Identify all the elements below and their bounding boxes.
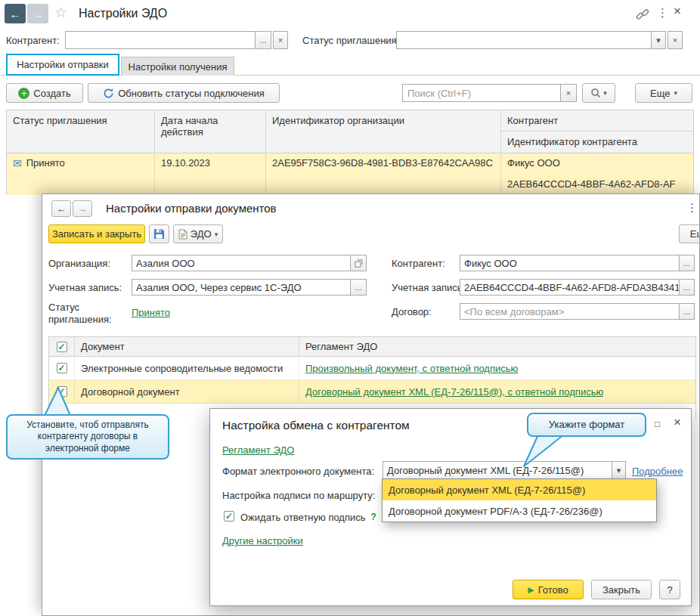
org-open-button[interactable] [350,255,367,271]
counterparty-filter-input[interactable] [65,31,256,49]
close-button[interactable]: Закрыть [591,580,652,599]
tab-send-settings[interactable]: Настройки отправки [6,54,119,76]
play-icon: ▶ [528,585,534,595]
back-button[interactable]: ← [5,4,26,23]
reglament-link[interactable]: Произвольный документ, с ответной подпис… [305,363,518,374]
format-combobox[interactable]: Договорный документ XML (ЕД-7-26/115@) ▾ [383,461,626,479]
format-value: Договорный документ XML (ЕД-7-26/115@) [383,465,612,476]
col-header-counterparty[interactable]: Контрагент [501,110,693,132]
mail-icon: ✉ [13,157,22,169]
status-clear-button[interactable]: × [667,31,683,49]
col-header-org-id[interactable]: Идентификатор организации [266,110,501,153]
doc-reglament-cell: Произвольный документ, с ответной подпис… [299,357,695,379]
search-icon [590,88,601,98]
back-arrow-icon: ← [10,8,21,20]
callout-format-hint: Укажите формат [527,413,646,437]
dropdown-option[interactable]: Договорной документ PDF/A-3 (ЕД-7-26/236… [383,500,656,522]
org-input[interactable]: Азалия ООО [132,255,351,271]
contract-placeholder: <По всем договорам> [464,306,564,317]
doc-checkbox[interactable]: ✓ [57,363,67,373]
counterparty-clear-button[interactable]: × [273,31,288,49]
search-input[interactable] [402,84,561,102]
close-dialog-icon[interactable]: × [674,415,681,430]
col-header-date[interactable]: Дата начала действия [155,110,266,153]
details-link[interactable]: Подробнее [632,466,683,477]
tab-receive-settings[interactable]: Настройки получения [121,57,234,76]
status-label: Статус приглашения: [48,302,127,327]
col-header-doc-label: Документ [81,341,125,352]
cp-account-value: 2AEB64CCCD4-4BBF-4A62-AFD8-AFDA3B4341E [464,282,680,293]
search-clear-button[interactable]: × [560,84,577,102]
col-header-counterparty-label: Контрагент [507,115,558,126]
page-title: Настройки ЭДО [79,7,167,20]
combo-dropdown-button[interactable]: ▾ [612,462,625,478]
get-link-icon[interactable] [636,8,649,21]
status-filter-input[interactable] [396,31,652,49]
help-button[interactable]: ? [659,580,680,599]
more-button[interactable]: Еще ▾ [635,83,692,103]
menu-dots-icon[interactable]: ⋮ [657,6,668,20]
search-options-button[interactable]: ▾ [582,83,615,103]
close-label: Закрыть [602,584,640,596]
dropdown-option-selected[interactable]: Договорный документ XML (ЕД-7-26/115@) [383,479,656,500]
cell-status-text: Принято [26,157,65,169]
forward-button[interactable]: → [27,4,48,23]
save-close-label: Записать и закрыть [52,228,141,240]
doc-row[interactable]: ✓ Электронные сопроводительные ведомости… [49,357,695,380]
done-button[interactable]: ▶ Готово [513,580,584,599]
doc-row-selected[interactable]: ✓ Договорной документ Договорный докумен… [49,380,695,404]
dialog-title: Настройка обмена с контрагентом [222,419,410,432]
account-choose-button[interactable]: ... [350,279,367,296]
status-dropdown-button[interactable]: ▾ [651,31,666,49]
doc-checkbox[interactable]: ✓ [57,386,67,397]
col-header-doc[interactable]: Документ [74,337,299,356]
cp-account-input[interactable]: 2AEB64CCCD4-4BBF-4A62-AFD8-AFDA3B4341E [460,279,680,296]
back-button[interactable]: ← [51,200,71,217]
counterparty-name: Фикус ООО [507,157,687,169]
save-button[interactable] [149,224,169,243]
refresh-statuses-button[interactable]: Обновить статусы подключения [88,83,280,103]
more-button[interactable]: Еще [679,224,700,243]
help-button-label: ? [667,584,672,596]
contract-input[interactable]: <По всем договорам> [460,303,680,320]
window-title: Настройки отправки документов [106,202,277,215]
cell-org-id: 2AE95F758C3-96D8-4981-BDB3-E87642CAA98C [266,153,501,196]
doc-name: Электронные сопроводительные ведомости [81,363,283,374]
cp-input[interactable]: Фикус ООО [460,255,680,271]
select-all-cell: ✓ [49,337,74,356]
help-mark[interactable]: ? [370,511,376,522]
done-label: Готово [538,584,568,596]
reglament-edo-link[interactable]: Регламент ЭДО [222,444,294,456]
menu-dots-icon[interactable]: ⋮ [686,201,698,215]
format-label: Формат электронного документа: [222,466,374,477]
reglament-link[interactable]: Договорный документ XML (ЕД-7-26/115@), … [305,386,603,398]
forward-button[interactable]: → [73,200,92,217]
col-header-counterparty-id-label: Идентификатор контрагента [507,136,637,147]
select-all-checkbox[interactable]: ✓ [57,342,67,352]
cell-date: 19.10.2023 [155,153,266,196]
col-header-counterparty-id[interactable]: Идентификатор контрагента [501,132,693,153]
tab-send-label: Настройки отправки [17,59,109,70]
account-input[interactable]: Азалия ООО, Через сервис 1С-ЭДО [132,279,351,296]
col-header-date-label: Дата начала действия [161,115,218,138]
contract-choose-button[interactable]: ... [679,303,695,320]
counterparty-choose-button[interactable]: ... [255,31,271,49]
wait-signature-checkbox[interactable]: ✓ [224,511,234,522]
cp-choose-button[interactable]: ... [679,255,695,271]
create-button[interactable]: + Создать [6,83,83,103]
edo-menu-button[interactable]: ЭДО ▾ [173,224,223,243]
table-row[interactable]: ✉ Принято 19.10.2023 2AE95F758C3-96D8-49… [7,153,693,195]
chevron-down-icon: ▾ [674,89,677,97]
other-settings-link[interactable]: Другие настройки [222,535,303,546]
col-header-status[interactable]: Статус приглашения [7,110,155,153]
counterparty-id: 2AEB64CCCD4-4BBF-4A62-AFD8-AF [507,178,687,190]
forward-arrow-icon: → [78,203,88,215]
status-link[interactable]: Принято [132,307,170,318]
cp-account-choose-button[interactable]: ... [679,279,695,296]
maximize-icon[interactable]: □ [655,419,660,429]
col-header-reglament[interactable]: Регламент ЭДО [299,337,695,356]
cell-counterparty: Фикус ООО 2AEB64CCCD4-4BBF-4A62-AFD8-AF [501,153,693,196]
close-window-icon[interactable]: × [674,4,681,19]
save-close-button[interactable]: Записать и закрыть [48,224,145,243]
favorite-star-icon[interactable]: ☆ [54,4,67,21]
